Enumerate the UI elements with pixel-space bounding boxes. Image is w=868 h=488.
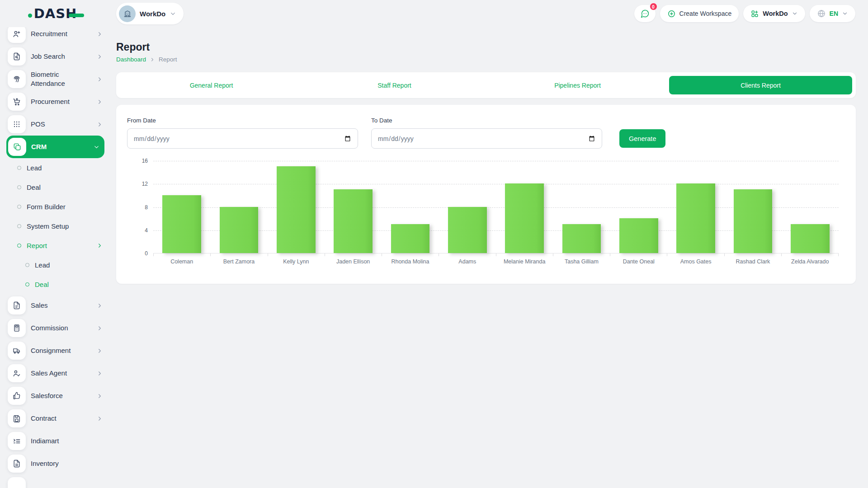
category-label: Kelly Lynn: [268, 258, 325, 265]
file-search-icon: [8, 47, 26, 66]
workspace-selector[interactable]: WorkDo: [116, 3, 184, 24]
bar-dante-oneal[interactable]: [619, 218, 658, 253]
sidebar-item-job-search[interactable]: Job Search: [8, 45, 103, 68]
chevron-right-icon: [96, 347, 103, 354]
dash-logo[interactable]: DASH: [34, 6, 77, 21]
bullet-icon: [17, 244, 21, 248]
bar-coleman[interactable]: [162, 195, 201, 253]
generate-button[interactable]: Generate: [619, 129, 665, 148]
chevron-right-icon: [96, 76, 103, 83]
sidebar-subitem-system-setup[interactable]: System Setup: [8, 216, 103, 236]
bar-cell-coleman: [153, 161, 210, 253]
header-actions: 0 Create Workspace WorkDo EN: [634, 5, 855, 22]
bullet-icon: [17, 185, 21, 189]
sidebar-item-commission[interactable]: Commission: [8, 317, 103, 339]
bars-group: [153, 161, 839, 253]
sidebar-item-pos[interactable]: POS: [8, 113, 103, 136]
grid-plus-icon: [750, 9, 759, 18]
report-filter-form: From Date To Date Generate: [127, 117, 845, 149]
axis-tick: [610, 253, 667, 256]
report-tabs: General ReportStaff ReportPipelines Repo…: [116, 72, 856, 98]
list-arrow-icon: [8, 432, 26, 450]
bullet-icon: [17, 224, 21, 228]
bar-kelly-lynn[interactable]: [277, 166, 316, 253]
category-label: Dante Oneal: [610, 258, 667, 265]
chart-plot-area: 0481216: [153, 161, 839, 253]
y-axis-tick-label: 4: [127, 227, 148, 234]
create-workspace-button[interactable]: Create Workspace: [660, 5, 739, 22]
sidebar-item-inventory[interactable]: Inventory: [8, 452, 103, 475]
bar-cell-amos-gates: [667, 161, 724, 253]
category-label: Coleman: [153, 258, 210, 265]
sidebar-item-sales-agent[interactable]: Sales Agent: [8, 362, 103, 385]
bar-zelda-alvarado[interactable]: [791, 224, 830, 253]
chart-axis-ticks: [153, 253, 839, 256]
chat-icon: [640, 9, 650, 19]
category-label: Bert Zamora: [210, 258, 267, 265]
bar-cell-tasha-gilliam: [553, 161, 610, 253]
bar-amos-gates[interactable]: [676, 183, 715, 253]
sidebar-subitem-form-builder[interactable]: Form Builder: [8, 197, 103, 216]
bullet-icon: [25, 263, 29, 267]
bar-tasha-gilliam[interactable]: [562, 224, 601, 253]
tab-pipelines-report[interactable]: Pipelines Report: [486, 76, 669, 94]
tab-staff-report[interactable]: Staff Report: [303, 76, 486, 94]
sidebar-item-recruitment[interactable]: Recruitment: [8, 27, 103, 45]
sidebar-item-consignment[interactable]: Consignment: [8, 339, 103, 362]
bar-cell-zelda-alvarado: [782, 161, 839, 253]
sidebar-item-indiamart[interactable]: Indiamart: [8, 430, 103, 452]
clients-report-chart: 0481216 ColemanBert ZamoraKelly LynnJade…: [127, 161, 845, 265]
building-icon: [123, 9, 132, 18]
save-icon: [8, 409, 26, 427]
sidebar-item-crm[interactable]: CRM: [6, 136, 104, 158]
copy-icon: [8, 138, 26, 156]
from-date-label: From Date: [127, 117, 358, 124]
calculator-icon: [8, 319, 26, 337]
breadcrumb: Dashboard Report: [116, 56, 856, 63]
sidebar-item-label: Consignment: [31, 346, 71, 355]
workspace-switcher[interactable]: WorkDo: [743, 5, 805, 22]
sidebar-subsubitem-lead[interactable]: Lead: [8, 255, 103, 275]
sidebar-item-salesforce[interactable]: Salesforce: [8, 385, 103, 407]
bar-cell-dante-oneal: [610, 161, 667, 253]
sidebar-subitem-label: System Setup: [27, 222, 69, 230]
to-date-input[interactable]: [371, 128, 602, 149]
y-axis-tick-label: 12: [127, 181, 148, 187]
tab-general-report[interactable]: General Report: [120, 76, 303, 94]
sidebar-subitem-label: Lead: [35, 261, 50, 269]
messages-button[interactable]: 0: [634, 5, 656, 22]
sidebar-item-biometric-attendance[interactable]: Biometric Attendance: [8, 68, 103, 90]
sidebar-subitem-label: Deal: [35, 281, 49, 288]
sidebar-subitem-deal[interactable]: Deal: [8, 178, 103, 197]
bar-rashad-clark[interactable]: [734, 189, 773, 253]
user-plus-icon: [8, 27, 26, 43]
sidebar-subitem-lead[interactable]: Lead: [8, 158, 103, 178]
sidebar-subsubitem-deal[interactable]: Deal: [8, 275, 103, 294]
from-date-field: From Date: [127, 117, 358, 149]
category-label: Amos Gates: [667, 258, 724, 265]
sidebar-item-label: Inventory: [31, 459, 59, 468]
logo-accent-bar-icon: [69, 14, 84, 17]
sidebar-item-label: Commission: [31, 324, 68, 333]
sidebar-item-procurement[interactable]: Procurement: [8, 90, 103, 113]
chevron-down-icon: [792, 10, 798, 17]
sidebar-subitem-report[interactable]: Report: [8, 236, 103, 255]
chart-category-labels: ColemanBert ZamoraKelly LynnJaden Elliso…: [153, 258, 839, 265]
bar-adams[interactable]: [448, 207, 487, 253]
bar-rhonda-molina[interactable]: [391, 224, 430, 253]
bar-melanie-miranda[interactable]: [505, 183, 544, 253]
tab-clients-report[interactable]: Clients Report: [669, 76, 852, 94]
bar-jaden-ellison[interactable]: [334, 189, 373, 253]
logo-accent-dot-icon: [28, 14, 32, 18]
sidebar-item-contract[interactable]: Contract: [8, 407, 103, 430]
breadcrumb-dashboard-link[interactable]: Dashboard: [116, 56, 146, 63]
sidebar-item-sales[interactable]: Sales: [8, 294, 103, 317]
chevron-right-icon: [96, 121, 103, 128]
from-date-input[interactable]: [127, 128, 358, 149]
bar-bert-zamora[interactable]: [220, 207, 259, 253]
axis-tick: [268, 253, 325, 256]
chevron-down-icon: [842, 10, 848, 17]
workspace-avatar: [119, 5, 136, 22]
axis-tick: [496, 253, 553, 256]
language-selector[interactable]: EN: [810, 5, 855, 22]
